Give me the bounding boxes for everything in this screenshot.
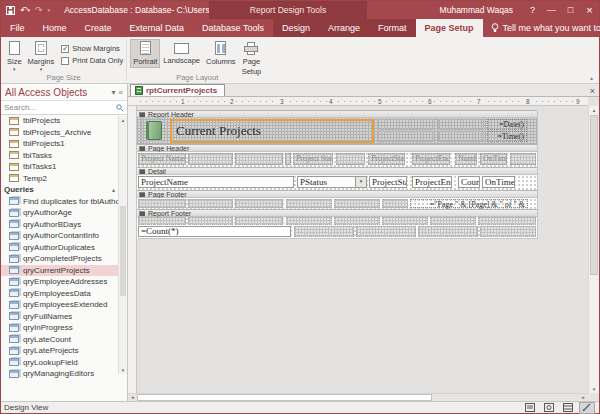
empty-layout-cell[interactable] xyxy=(382,217,428,225)
nav-item[interactable]: qryAuthorAge ▴ xyxy=(1,207,127,219)
empty-layout-cell[interactable] xyxy=(377,131,435,142)
print-data-only-checkbox[interactable]: Print Data Only xyxy=(61,56,123,65)
ribbon-tab[interactable]: Format xyxy=(369,19,416,37)
report-header-band[interactable]: Current Projects =Date() =Time() xyxy=(137,118,537,144)
vertical-ruler[interactable] xyxy=(128,106,137,393)
collapse-ribbon-icon[interactable]: ▴ xyxy=(590,74,593,81)
minimize-button[interactable]: — xyxy=(542,1,561,19)
empty-layout-cell[interactable] xyxy=(235,199,283,208)
report-footer-band[interactable]: =Count(*) xyxy=(137,217,537,238)
nav-item[interactable]: tblTasks1 ▴ xyxy=(1,161,127,173)
nav-item[interactable]: qryLateCount ▴ xyxy=(1,334,127,346)
empty-layout-cell[interactable] xyxy=(138,217,186,225)
detail-band[interactable]: ProjectName PStatus ▾ ProjectStart Proje… xyxy=(137,175,537,190)
report-logo-image[interactable] xyxy=(146,121,162,140)
empty-layout-cell[interactable] xyxy=(188,217,233,225)
size-button[interactable]: Size▾ xyxy=(4,39,25,71)
nav-item[interactable]: qryLateProjects ▴ xyxy=(1,345,127,357)
page-footer-bar[interactable]: Page Footer xyxy=(137,190,537,198)
empty-layout-cell[interactable] xyxy=(286,199,332,208)
nav-item[interactable]: qryCurrentProjects ▴ xyxy=(1,265,127,277)
scroll-thumb[interactable] xyxy=(137,394,432,401)
vertical-scrollbar[interactable]: ▴ ▾ xyxy=(588,106,599,393)
report-footer-bar[interactable]: Report Footer xyxy=(137,209,537,217)
columns-button[interactable]: Columns xyxy=(203,39,239,67)
account-name[interactable]: Muhammad Waqas xyxy=(440,5,513,15)
field-textbox[interactable]: Count xyxy=(458,176,480,188)
close-document-icon[interactable]: × xyxy=(590,84,595,97)
empty-layout-cell[interactable] xyxy=(356,226,416,237)
tell-me-box[interactable]: Tell me what you want to do xyxy=(483,19,600,37)
nav-search-box[interactable]: Search... xyxy=(1,100,127,115)
nav-item[interactable]: qryEmployeesExtended ▴ xyxy=(1,299,127,311)
empty-layout-cell[interactable] xyxy=(138,199,186,208)
empty-layout-cell[interactable] xyxy=(430,217,476,225)
detail-bar[interactable]: Detail xyxy=(137,167,537,175)
portrait-button[interactable]: Portrait xyxy=(130,39,160,68)
ribbon-tab[interactable]: Design xyxy=(273,19,319,37)
scroll-up-icon[interactable]: ▴ xyxy=(119,117,127,123)
empty-layout-cell[interactable] xyxy=(510,153,536,165)
show-margins-checkbox[interactable]: ✓ Show Margins xyxy=(61,44,123,53)
column-label[interactable]: Project Status xyxy=(293,153,333,165)
column-label[interactable]: Numb xyxy=(455,153,477,165)
restore-button[interactable]: □ xyxy=(561,1,580,19)
report-title-label[interactable]: Current Projects xyxy=(170,119,374,143)
column-label[interactable]: Project Name xyxy=(138,153,186,165)
margins-button[interactable]: Margins▾ xyxy=(25,39,58,71)
ribbon-tab[interactable]: File xyxy=(1,19,34,37)
nav-item[interactable]: qryEmployeesData ▴ xyxy=(1,288,127,300)
count-textbox[interactable]: =Count(*) xyxy=(138,226,291,237)
empty-layout-cell[interactable] xyxy=(334,199,380,208)
empty-layout-cell[interactable] xyxy=(294,226,354,237)
scroll-left-icon[interactable]: ◂ xyxy=(128,394,137,401)
nav-item[interactable]: tblProjects1 ▴ xyxy=(1,138,127,150)
nav-item[interactable]: qryInProgress ▴ xyxy=(1,322,127,334)
column-label[interactable]: OnTime xyxy=(480,153,507,165)
shutter-close-icon[interactable]: « xyxy=(119,88,123,97)
save-icon[interactable] xyxy=(6,6,15,15)
landscape-button[interactable]: Landscape xyxy=(160,39,203,66)
empty-layout-cell[interactable] xyxy=(235,153,283,165)
ribbon-tab[interactable]: External Data xyxy=(121,19,194,37)
nav-item[interactable]: tblProjects ▴ xyxy=(1,115,127,127)
nav-item[interactable]: qryAuthorDuplicates ▴ xyxy=(1,242,127,254)
ribbon-tab[interactable]: Database Tools xyxy=(193,19,273,37)
layout-view-icon[interactable] xyxy=(561,403,575,413)
horizontal-ruler[interactable]: 123456789 xyxy=(128,97,588,106)
scroll-down-icon[interactable]: ▾ xyxy=(119,367,127,373)
empty-layout-cell[interactable] xyxy=(438,131,484,142)
ribbon-tab[interactable]: Create xyxy=(76,19,121,37)
redo-icon[interactable]: ↷ xyxy=(35,6,43,15)
nav-item[interactable]: Temp2 ▴ xyxy=(1,173,127,185)
ribbon-tab[interactable]: Home xyxy=(34,19,76,37)
empty-layout-cell[interactable] xyxy=(418,226,478,237)
ribbon-tab[interactable]: Page Setup xyxy=(416,19,483,37)
empty-layout-cell[interactable] xyxy=(188,153,233,165)
empty-layout-cell[interactable] xyxy=(336,153,365,165)
time-textbox[interactable]: =Time() xyxy=(487,131,527,142)
nav-item[interactable]: qryCompletedProjects ▴ xyxy=(1,253,127,265)
report-view-icon[interactable] xyxy=(523,403,537,413)
ribbon-tab[interactable]: Arrange xyxy=(319,19,369,37)
empty-layout-cell[interactable] xyxy=(438,119,484,130)
scroll-right-icon[interactable]: ▸ xyxy=(579,394,588,401)
empty-layout-cell[interactable] xyxy=(188,199,233,208)
design-view-icon[interactable] xyxy=(580,403,594,413)
chevron-up-icon[interactable]: ▴ xyxy=(112,186,115,193)
page-header-bar[interactable]: Page Header xyxy=(137,144,537,152)
customize-qat-icon[interactable]: ▾ xyxy=(48,8,51,13)
field-textbox[interactable]: ProjectEnd xyxy=(412,176,452,188)
empty-layout-cell[interactable] xyxy=(478,217,536,225)
nav-item[interactable]: qryManagingEditors ▴ xyxy=(1,368,127,380)
undo-icon[interactable]: ↶▾ xyxy=(20,6,30,15)
nav-item[interactable]: tblTasks ▴ xyxy=(1,150,127,162)
nav-item[interactable]: qryAuthorBDays ▴ xyxy=(1,219,127,231)
empty-layout-cell[interactable] xyxy=(377,119,435,130)
horizontal-scrollbar[interactable]: ◂ ▸ xyxy=(128,393,588,401)
nav-scrollbar[interactable]: ▴ ▾ xyxy=(118,116,127,374)
scroll-thumb[interactable] xyxy=(590,115,598,275)
nav-item[interactable]: Queries ▴ xyxy=(1,184,127,196)
nav-menu-icon[interactable]: ▾ xyxy=(112,88,116,97)
column-label[interactable]: ProjectStart xyxy=(368,153,405,165)
